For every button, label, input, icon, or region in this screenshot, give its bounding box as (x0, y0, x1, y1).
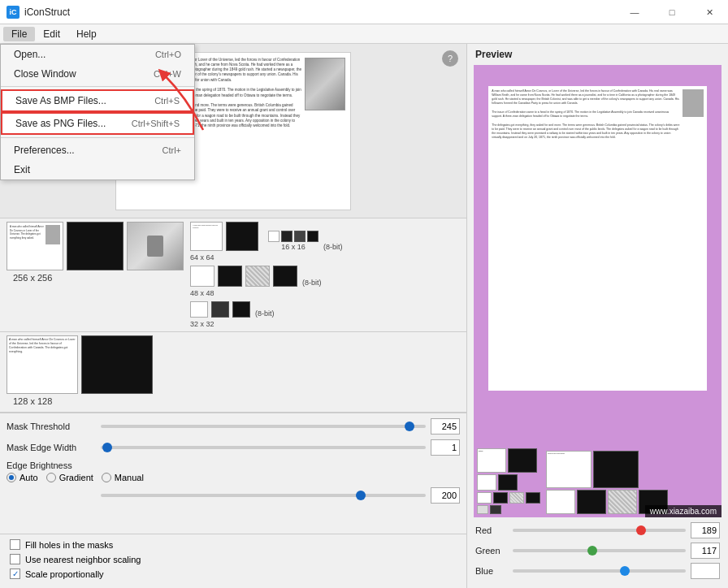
portrait-image (305, 58, 345, 110)
open-menu-item[interactable]: Open... Ctrl+O (1, 45, 194, 64)
mask-edge-track[interactable] (101, 446, 426, 449)
checkbox-nearest-neighbor[interactable]: Use nearest neighbor scaling (10, 554, 457, 564)
edit-menu[interactable]: Edit (35, 27, 68, 41)
close-window-menu-item[interactable]: Close Window Ctrl+W (1, 64, 194, 84)
preview-header: Preview (467, 44, 728, 65)
radio-auto[interactable]: Auto (6, 473, 38, 482)
blue-thumb[interactable] (620, 566, 630, 576)
checkbox-scale-proportionally[interactable]: Scale proportionally (10, 569, 457, 579)
icon-32-2 (211, 301, 229, 318)
radio-gradient[interactable]: Gradient (46, 473, 93, 482)
checkbox-fill-holes-box[interactable] (10, 539, 20, 550)
checkbox-fill-holes-label: Fill holes in the masks (25, 540, 113, 550)
blue-track[interactable] (513, 569, 686, 573)
blue-value[interactable] (691, 563, 720, 579)
preview-icon-7 (509, 492, 524, 504)
red-value[interactable]: 189 (691, 522, 720, 538)
mask-threshold-thumb[interactable] (405, 422, 414, 431)
bit-8-label-16: (8-bit) (323, 243, 343, 251)
checkbox-scale-proportionally-box[interactable] (10, 569, 20, 579)
color-sliders: Red 189 Green 117 Blue (467, 517, 728, 588)
icon-64-article: A man who called himself Amor De Cosmos. (190, 222, 223, 251)
green-label: Green (475, 546, 508, 556)
icon-32-1 (190, 301, 208, 318)
size-256-label: 256 x 256 (6, 270, 184, 285)
preview-icon-10 (490, 505, 501, 514)
save-bmp-menu-item[interactable]: Save As BMP Files... Ctrl+S (1, 89, 194, 112)
icon-128-black (81, 335, 153, 394)
radio-manual-label: Manual (115, 473, 144, 482)
edge-brightness-track[interactable] (101, 494, 426, 497)
mask-threshold-track[interactable] (101, 425, 426, 428)
help-menu[interactable]: Help (68, 27, 105, 41)
mask-edge-value[interactable]: 1 (431, 439, 460, 456)
close-button[interactable]: ✕ (691, 0, 728, 24)
red-label: Red (475, 525, 508, 535)
app-icon: iC (6, 6, 20, 19)
edge-brightness-slider-row: 200 (6, 487, 460, 504)
preview-icon-9 (477, 505, 488, 514)
checkbox-scale-proportionally-label: Scale proportionally (25, 569, 104, 579)
size-128-label: 128 x 128 (6, 394, 153, 409)
preview-med-1 (546, 490, 575, 514)
checkboxes-section: Fill holes in the masks Use nearest neig… (0, 534, 466, 588)
radio-gradient-circle[interactable] (46, 473, 56, 482)
red-thumb[interactable] (636, 525, 646, 535)
icon-48-black2 (273, 266, 297, 287)
preview-icon-4 (498, 474, 518, 491)
green-slider-row: Green 117 (475, 543, 720, 559)
app-title: iConStruct (24, 6, 70, 18)
sliders-section: Mask Threshold 245 Mask Edge Width 1 Edg… (0, 413, 466, 534)
mask-edge-thumb[interactable] (102, 443, 112, 452)
red-slider-row: Red 189 (475, 522, 720, 538)
size-64-label: 64 x 64 (190, 253, 460, 262)
icon-128-article: A man who called himself Amor De Cosmos … (6, 335, 78, 394)
icon-48-noise (245, 266, 270, 287)
size-16-label: 16 x 16 (281, 243, 306, 251)
icon-64-black (226, 222, 258, 251)
separator-1 (1, 86, 194, 87)
radio-manual[interactable]: Manual (102, 473, 144, 482)
radio-manual-circle[interactable] (102, 473, 111, 482)
icon-48-article (190, 266, 214, 287)
preview-icon-2 (508, 448, 537, 473)
bit-8-label-32: (8-bit) (255, 309, 275, 318)
preview-icon-6 (493, 492, 508, 504)
radio-group: Auto Gradient Manual (6, 473, 460, 482)
checkbox-nearest-neighbor-box[interactable] (10, 554, 20, 564)
icon-32-3 (232, 301, 250, 318)
edge-brightness-thumb[interactable] (356, 491, 366, 500)
preferences-menu-item[interactable]: Preferences... Ctrl+ (1, 141, 194, 160)
preview-bottom-icons: article (474, 412, 722, 517)
red-track[interactable] (513, 529, 686, 532)
green-track[interactable] (513, 549, 686, 552)
preview-icon-8 (526, 492, 540, 504)
green-value[interactable]: 117 (691, 543, 720, 559)
watermark: www.xiazaiba.com (645, 505, 722, 517)
help-button[interactable]: ? (442, 50, 458, 67)
radio-auto-circle[interactable] (6, 473, 16, 482)
icon-16-3 (294, 231, 306, 242)
preview-article-box: A man who called himself Amor De Cosmos,… (488, 86, 706, 391)
radio-auto-label: Auto (20, 473, 38, 482)
size-48-label: 48 x 48 (190, 289, 460, 297)
maximize-button[interactable]: □ (653, 0, 691, 24)
exit-menu-item[interactable]: Exit (1, 160, 194, 179)
preview-large-article: article text preview (546, 451, 592, 488)
file-dropdown: Open... Ctrl+O Close Window Ctrl+W Save … (0, 44, 195, 180)
checkbox-fill-holes[interactable]: Fill holes in the masks (10, 539, 457, 550)
mask-threshold-value[interactable]: 245 (431, 418, 460, 435)
file-menu[interactable]: File (3, 27, 35, 41)
preview-icon-1: article (477, 448, 506, 473)
blue-slider-row: Blue (475, 563, 720, 579)
preview-med-2 (577, 490, 606, 514)
separator-2 (1, 137, 194, 138)
green-thumb[interactable] (587, 546, 597, 556)
edge-brightness-section: Edge Brightness Auto Gradient Manual (6, 460, 460, 504)
save-png-menu-item[interactable]: Save as PNG Files... Ctrl+Shift+S (1, 112, 194, 135)
minimize-button[interactable]: — (616, 0, 653, 24)
edge-brightness-value[interactable]: 200 (431, 487, 460, 504)
titlebar: iC iConStruct — □ ✕ (0, 0, 728, 24)
checkbox-nearest-neighbor-label: Use nearest neighbor scaling (25, 555, 141, 564)
preview-image: A man who called himself Amor De Cosmos,… (474, 65, 722, 517)
